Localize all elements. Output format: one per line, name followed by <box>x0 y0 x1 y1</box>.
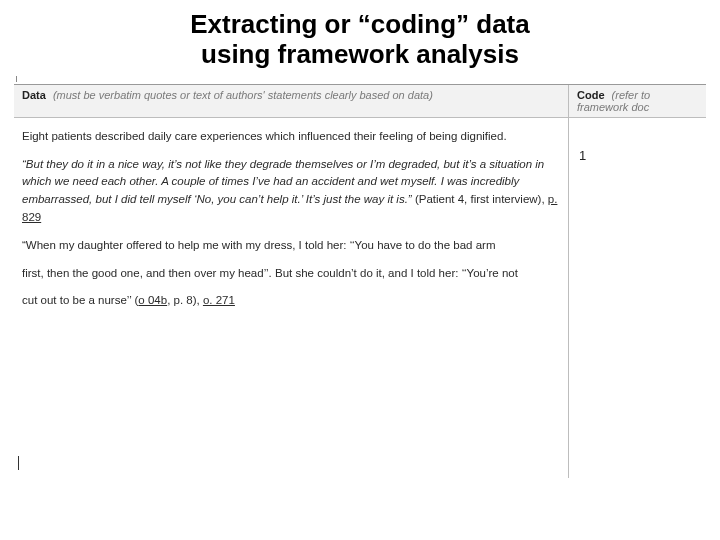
decorative-rule <box>18 456 20 470</box>
decorative-mark <box>16 76 19 82</box>
table-body-row: Eight patients described daily care expe… <box>14 118 706 478</box>
quote-1: “But they do it in a nice way, it’s not … <box>22 156 558 227</box>
header-data-desc: (must be verbatim quotes or text of auth… <box>53 89 433 101</box>
quote-2-ref2: o. 271 <box>203 294 235 306</box>
quote-2-mid: first, then the good one, and then over … <box>22 265 558 283</box>
code-cell: 1 <box>569 118 706 478</box>
title-line-2: using framework analysis <box>40 40 680 70</box>
slide-title: Extracting or “coding” data using framew… <box>0 0 720 76</box>
data-cell: Eight patients described daily care expe… <box>14 118 569 478</box>
code-value: 1 <box>579 148 586 163</box>
header-code-column: Code (refer to framework doc <box>569 85 706 117</box>
summary-paragraph: Eight patients described daily care expe… <box>22 128 558 146</box>
quote-2-tail-c: , p. 8), <box>167 294 203 306</box>
quote-2-ref1: o 04b <box>138 294 167 306</box>
header-data-label: Data <box>22 89 46 101</box>
quote-2-open: “When my daughter offered to help me wit… <box>22 237 558 255</box>
coding-table: Data (must be verbatim quotes or text of… <box>14 84 706 478</box>
header-data-column: Data (must be verbatim quotes or text of… <box>14 85 569 117</box>
quote-1-attrib: (Patient 4, first interview), <box>412 193 548 205</box>
header-code-label: Code <box>577 89 605 101</box>
quote-2-tail: cut out to be a nurse’’ (o 04b, p. 8), o… <box>22 292 558 310</box>
title-line-1: Extracting or “coding” data <box>40 10 680 40</box>
table-header-row: Data (must be verbatim quotes or text of… <box>14 85 706 118</box>
slide: Extracting or “coding” data using framew… <box>0 0 720 540</box>
quote-2-tail-a: cut out to be a nurse’’ ( <box>22 294 138 306</box>
